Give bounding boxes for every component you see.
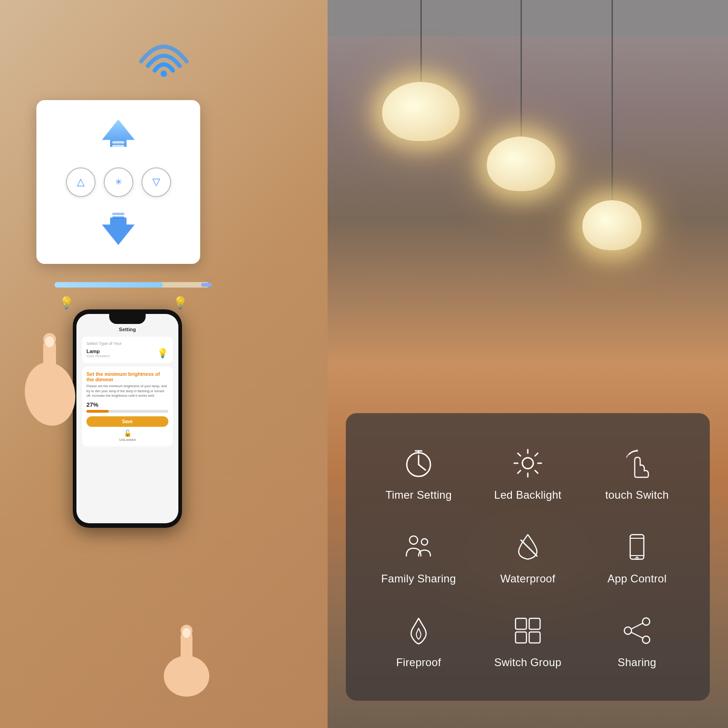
svg-rect-2 (112, 141, 125, 143)
phone-slider-bar (86, 410, 168, 413)
touch-switch-label: touch Switch (605, 489, 669, 501)
app-control-label: App Control (607, 572, 667, 585)
ceiling (328, 0, 728, 36)
app-control-icon (619, 529, 655, 565)
sharing-label: Sharing (618, 656, 657, 669)
phone-screen: Setting Select Type of Your Lamp Click R… (76, 314, 178, 523)
svg-line-29 (535, 453, 538, 456)
svg-rect-4 (112, 148, 125, 151)
left-panel: △ ✳ ▽ (0, 0, 328, 728)
up-arrow-icon (98, 117, 139, 158)
fireproof-label: Fireproof (396, 656, 441, 669)
phone-content: Setting Select Type of Your Lamp Click R… (76, 314, 178, 523)
wifi-icon (136, 36, 191, 77)
switch-buttons-row: △ ✳ ▽ (66, 167, 171, 197)
svg-point-22 (522, 458, 533, 469)
svg-point-16 (182, 628, 191, 638)
svg-rect-39 (529, 618, 540, 629)
features-panel: Timer Setting Led Backlight (346, 413, 710, 701)
svg-line-19 (419, 465, 425, 470)
bulb-icon-right: 💡 (173, 296, 187, 310)
svg-marker-5 (102, 217, 135, 245)
hand-left (9, 303, 82, 432)
svg-line-45 (632, 623, 642, 629)
family-sharing-icon (400, 529, 437, 565)
fireproof-icon (400, 612, 437, 649)
svg-point-31 (410, 536, 418, 544)
phone-percent: 27% (86, 401, 168, 408)
svg-rect-3 (112, 145, 125, 147)
svg-point-42 (642, 618, 650, 625)
family-sharing-label: Family Sharing (381, 572, 456, 585)
phone-notch (109, 314, 146, 324)
feature-led-backlight: Led Backlight (473, 431, 582, 515)
phone-lock-area: 🔓 UnLocked (86, 430, 168, 442)
feature-family-sharing: Family Sharing (364, 515, 473, 599)
phone-header: Setting (82, 327, 173, 332)
svg-point-0 (161, 71, 167, 77)
phone-section-brightness: Set the minimum brightness of the dimmer… (82, 367, 173, 446)
phone-orange-text: Set the minimum brightness of the dimmer (86, 371, 168, 382)
feature-touch-switch: touch Switch (582, 431, 692, 515)
hand-right (155, 608, 218, 701)
svg-rect-40 (516, 632, 526, 643)
switch-group-label: Switch Group (494, 656, 561, 669)
timer-setting-icon (400, 445, 437, 481)
svg-point-37 (636, 557, 638, 560)
phone-lamp-icon: 💡 (157, 348, 168, 359)
phone-slider-fill (86, 410, 109, 413)
phone-section-label: Select Type of Your (86, 341, 168, 346)
svg-rect-9 (43, 339, 56, 399)
phone-section-lamp: Select Type of Your Lamp Click Reselect … (82, 337, 173, 363)
switch-device: △ ✳ ▽ (36, 100, 200, 264)
slider-fill (55, 282, 163, 288)
sharing-icon (619, 612, 655, 649)
phone-lock-icon: 🔓 (124, 430, 131, 437)
phone-lamp-text: Lamp (86, 349, 110, 354)
svg-line-30 (518, 470, 521, 473)
brightness-button[interactable]: ✳ (104, 167, 133, 197)
led-backlight-icon (510, 445, 546, 481)
svg-line-46 (632, 632, 642, 638)
svg-point-32 (421, 539, 428, 545)
switch-group-icon (510, 612, 546, 649)
led-backlight-label: Led Backlight (494, 489, 561, 501)
svg-rect-6 (112, 212, 125, 215)
svg-line-33 (521, 540, 537, 556)
svg-rect-14 (181, 631, 192, 681)
svg-rect-7 (112, 216, 125, 218)
phone-body-text: Please set the minimum brightness of you… (86, 384, 168, 399)
svg-rect-41 (529, 632, 540, 643)
feature-sharing: Sharing (582, 599, 692, 682)
svg-rect-38 (516, 618, 526, 629)
down-arrow-icon (98, 206, 139, 247)
touch-switch-icon (619, 445, 655, 481)
up-button[interactable]: △ (66, 167, 96, 197)
svg-line-27 (518, 453, 521, 456)
waterproof-icon (510, 529, 546, 565)
svg-point-43 (624, 627, 632, 634)
phone-click-text: Click Reselect (86, 354, 110, 358)
right-panel: Timer Setting Led Backlight (328, 0, 728, 728)
slider-handle[interactable] (201, 283, 212, 287)
feature-waterproof: Waterproof (473, 515, 582, 599)
svg-point-44 (642, 636, 650, 643)
svg-point-12 (45, 336, 54, 347)
feature-app-control: App Control (582, 515, 692, 599)
svg-line-28 (535, 470, 538, 473)
down-button[interactable]: ▽ (142, 167, 171, 197)
feature-switch-group: Switch Group (473, 599, 582, 682)
feature-fireproof: Fireproof (364, 599, 473, 682)
timer-setting-label: Timer Setting (385, 489, 452, 501)
phone-lock-text: UnLocked (119, 438, 136, 442)
waterproof-label: Waterproof (500, 572, 556, 585)
phone-save-button[interactable]: Save (86, 416, 168, 427)
feature-timer-setting: Timer Setting (364, 431, 473, 515)
slider-bar[interactable] (55, 282, 209, 288)
phone-mockup: Setting Select Type of Your Lamp Click R… (73, 309, 182, 528)
